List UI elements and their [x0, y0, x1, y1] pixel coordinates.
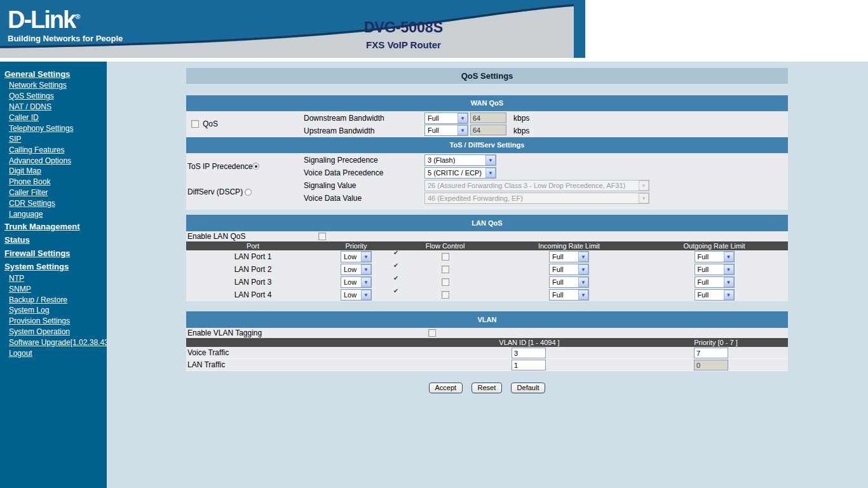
table-row-lan-port-1: LAN Port 1 Low▼ Full▼ Full▼	[186, 250, 788, 263]
sidebar-item-software-upgrade[interactable]: Software Upgrade[1.02.38.43]	[0, 337, 107, 348]
column-header-flow-control: Flow Control	[393, 241, 498, 250]
sidebar-item-calling-features[interactable]: Calling Features	[0, 144, 107, 155]
sidebar-item-system-log[interactable]: System Log	[0, 305, 107, 316]
sidebar-item-logout[interactable]: Logout	[0, 348, 107, 359]
priority-select[interactable]: Low▼	[341, 289, 372, 301]
downstream-bandwidth-select[interactable]: Full▼	[424, 112, 468, 124]
sidebar-item-snmp[interactable]: SNMP	[0, 283, 107, 294]
tos-diffserv-section-header: ToS / DiffServ Settings	[186, 137, 788, 153]
sidebar-item-digit-map[interactable]: Digit Map	[0, 166, 107, 177]
upstream-bandwidth-select[interactable]: Full▼	[424, 125, 468, 136]
vlan-table-header: VLAN ID [1 - 4094 ] Priority [0 - 7 ]	[186, 338, 788, 347]
sidebar-item-telephony-settings[interactable]: Telephony Settings	[0, 123, 107, 134]
lan-priority-input[interactable]	[694, 360, 728, 370]
sidebar-item-language[interactable]: Language	[0, 209, 107, 220]
column-header-vlan-priority: Priority [0 - 7 ]	[644, 338, 788, 347]
lan-port-label: LAN Port 2	[186, 263, 320, 276]
qos-enable-checkbox[interactable]	[191, 120, 199, 128]
voice-data-value-select: 46 (Expedited Forwarding, EF)▼	[424, 193, 649, 204]
tos-ip-precedence-radio[interactable]	[252, 163, 259, 170]
incoming-rate-select[interactable]: Full▼	[549, 276, 589, 288]
lan-vlan-id-input[interactable]	[512, 360, 546, 370]
form-actions: Accept Reset Default	[186, 383, 788, 393]
priority-select[interactable]: Low▼	[341, 276, 372, 288]
incoming-rate-select[interactable]: Full▼	[549, 251, 589, 262]
dropdown-arrow-icon: ▼	[724, 264, 734, 274]
lan-qos-section-header: LAN QoS	[186, 215, 788, 231]
tos-diffserv-section: ToS IP Precedence DiffServ (DSCP) Signal…	[186, 153, 788, 210]
voice-data-value-label: Voice Data Value	[304, 194, 362, 203]
sidebar-item-status[interactable]: Status	[0, 233, 107, 246]
sidebar-item-general-settings[interactable]: General Settings	[0, 67, 107, 80]
accept-button[interactable]: Accept	[429, 383, 463, 393]
sidebar-item-caller-filter[interactable]: Caller Filter	[0, 187, 107, 198]
flow-control-checkbox[interactable]	[442, 291, 449, 299]
enable-lan-qos-label: Enable LAN QoS	[187, 232, 245, 241]
outgoing-rate-select[interactable]: Full▼	[695, 264, 735, 275]
sidebar-item-firewall-settings[interactable]: Firewall Settings	[0, 246, 107, 259]
flow-control-checkbox[interactable]	[442, 278, 449, 286]
flow-control-checkbox[interactable]	[442, 266, 449, 273]
enable-vlan-tagging-row: Enable VLAN Tagging	[186, 328, 788, 338]
enable-vlan-tagging-checkbox[interactable]	[428, 329, 436, 337]
sidebar-item-system-settings[interactable]: System Settings	[0, 259, 107, 273]
sidebar-item-qos-settings[interactable]: QoS Settings	[0, 91, 107, 102]
priority-select[interactable]: Low▼	[341, 251, 372, 262]
signaling-value-label: Signaling Value	[304, 181, 356, 190]
column-header-port: Port	[186, 241, 320, 250]
voice-vlan-id-input[interactable]	[512, 348, 546, 358]
flow-control-checkbox[interactable]	[442, 253, 449, 261]
dropdown-arrow-icon: ▼	[724, 290, 734, 300]
diffserv-dscp-radio[interactable]	[245, 189, 252, 196]
outgoing-rate-select[interactable]: Full▼	[695, 276, 735, 288]
sidebar-nav: General Settings Network Settings QoS Se…	[0, 62, 107, 488]
dropdown-arrow-icon: ▼	[578, 290, 588, 300]
dropdown-arrow-icon: ▼	[458, 125, 468, 135]
header-banner: D-Link® Building Networks for People DVG…	[0, 0, 585, 58]
dropdown-arrow-icon: ▼	[361, 290, 371, 300]
device-product-name: FXS VoIP Router	[289, 39, 518, 50]
incoming-rate-select[interactable]: Full▼	[549, 289, 589, 301]
upstream-bandwidth-input[interactable]	[470, 125, 506, 135]
dropdown-arrow-icon: ▼	[639, 180, 649, 191]
downstream-bandwidth-label: Downstream Bandwidth	[304, 114, 384, 123]
main-content: QoS Settings WAN QoS QoS Downstream Band…	[107, 62, 868, 488]
enable-lan-qos-checkbox[interactable]	[318, 233, 326, 240]
voice-priority-input[interactable]	[694, 348, 728, 358]
signaling-precedence-select[interactable]: 3 (Flash)▼	[424, 154, 496, 166]
sidebar-item-trunk-management[interactable]: Trunk Management	[0, 219, 107, 233]
sidebar-item-cdr-settings[interactable]: CDR Settings	[0, 198, 107, 209]
column-header-priority: Priority	[320, 241, 393, 250]
device-title-block: DVG-5008S FXS VoIP Router	[289, 19, 518, 50]
dropdown-arrow-icon: ▼	[458, 113, 468, 123]
downstream-bandwidth-input[interactable]	[470, 112, 506, 123]
dlink-logo-text: D-Link®	[8, 4, 123, 32]
sidebar-item-phone-book[interactable]: Phone Book	[0, 177, 107, 187]
sidebar-item-ntp[interactable]: NTP	[0, 273, 107, 283]
outgoing-rate-select[interactable]: Full▼	[695, 289, 735, 301]
sidebar-item-provision-settings[interactable]: Provision Settings	[0, 316, 107, 327]
column-header-incoming-rate-limit: Incoming Rate Limit	[498, 241, 641, 250]
dropdown-arrow-icon: ▼	[578, 277, 588, 287]
sidebar-item-sip[interactable]: SIP	[0, 133, 107, 144]
incoming-rate-select[interactable]: Full▼	[549, 264, 589, 275]
lan-port-label: LAN Port 1	[186, 250, 320, 263]
outgoing-rate-select[interactable]: Full▼	[695, 251, 735, 262]
dropdown-arrow-icon: ▼	[724, 277, 734, 287]
sidebar-item-backup-restore[interactable]: Backup / Restore	[0, 294, 107, 305]
priority-select[interactable]: Low▼	[341, 264, 372, 275]
sidebar-item-network-settings[interactable]: Network Settings	[0, 80, 107, 91]
table-row-voice-traffic: Voice Traffic	[186, 347, 788, 359]
sidebar-item-advanced-options[interactable]: Advanced Options	[0, 155, 107, 166]
sidebar-item-system-operation[interactable]: System Operation	[0, 327, 107, 337]
default-button[interactable]: Default	[511, 383, 546, 393]
signaling-value-select: 26 (Assured Forwarding Class 3 - Low Dro…	[424, 180, 649, 191]
voice-data-precedence-select[interactable]: 5 (CRITIC / ECP)▼	[424, 167, 496, 179]
reset-button[interactable]: Reset	[471, 383, 503, 393]
voice-data-precedence-label: Voice Data Precedence	[304, 168, 383, 177]
dropdown-arrow-icon: ▼	[361, 277, 371, 287]
dropdown-arrow-icon: ▼	[485, 168, 496, 178]
sidebar-item-caller-id[interactable]: Caller ID	[0, 112, 107, 123]
sidebar-menu: General Settings Network Settings QoS Se…	[0, 67, 107, 358]
sidebar-item-nat-ddns[interactable]: NAT / DDNS	[0, 102, 107, 112]
